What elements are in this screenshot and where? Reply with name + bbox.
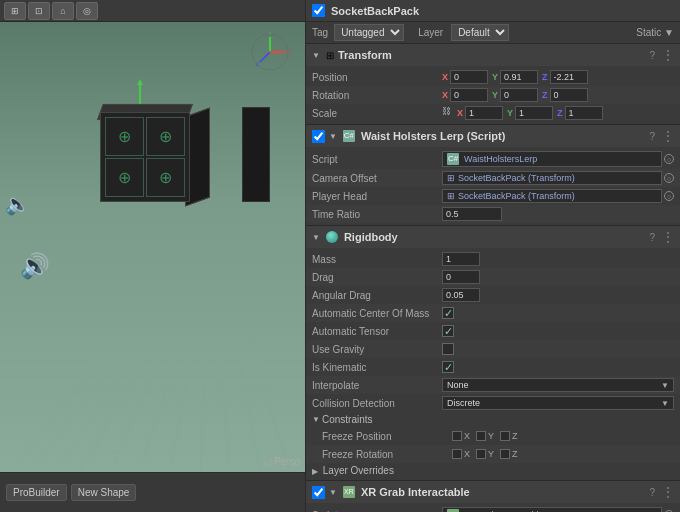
interpolate-dropdown[interactable]: None ▼: [442, 378, 674, 392]
tag-select[interactable]: Untagged: [334, 24, 404, 41]
new-shape-btn[interactable]: New Shape: [71, 484, 137, 501]
rot-z-input[interactable]: [550, 88, 588, 102]
transform-header[interactable]: ▼ ⊞ Transform ? ⋮: [306, 44, 680, 66]
waist-holsters-checkbox[interactable]: [312, 130, 325, 143]
freeze-pos-x-label: X: [464, 431, 470, 441]
camera-offset-value: SocketBackPack (Transform): [458, 173, 575, 183]
rot-z-label: Z: [542, 90, 548, 100]
xr-grab-menu[interactable]: ⋮: [662, 485, 674, 499]
transform-icon: ⊞: [326, 50, 334, 61]
scene-view[interactable]: ⊕ ⊕ ⊕ ⊕ 🔈 🔊 ◁ Persp Y X Z: [0, 22, 305, 472]
auto-tensor-row: Automatic Tensor ✓: [306, 322, 680, 340]
use-gravity-checkbox[interactable]: [442, 343, 454, 355]
angular-drag-input[interactable]: [442, 288, 480, 302]
mass-input[interactable]: [442, 252, 480, 266]
auto-tensor-check: ✓: [444, 325, 453, 338]
tag-label: Tag: [312, 27, 328, 38]
rigidbody-help[interactable]: ?: [649, 232, 655, 243]
freeze-pos-z-cb[interactable]: [500, 431, 510, 441]
camera-offset-circle[interactable]: ○: [664, 173, 674, 183]
pos-x-input[interactable]: [450, 70, 488, 84]
use-gravity-row: Use Gravity: [306, 340, 680, 358]
constraints-header[interactable]: ▼ Constraints: [306, 412, 680, 427]
xr-script-field[interactable]: XR XRGrabInteractable: [442, 507, 662, 512]
layer-select[interactable]: Default: [451, 24, 509, 41]
scale-label: Scale: [312, 108, 442, 119]
transform-help[interactable]: ?: [649, 50, 655, 61]
scale-y-input[interactable]: [515, 106, 553, 120]
auto-com-checkbox[interactable]: ✓: [442, 307, 454, 319]
xr-grab-checkbox[interactable]: [312, 486, 325, 499]
object-active-checkbox[interactable]: [312, 4, 325, 17]
freeze-rot-z-cb[interactable]: [500, 449, 510, 459]
freeze-rot-checkboxes: X Y Z: [452, 449, 674, 459]
time-ratio-input[interactable]: [442, 207, 502, 221]
viewport: ⊞ ⊡ ⌂ ◎: [0, 0, 305, 512]
auto-com-label: Automatic Center Of Mass: [312, 308, 442, 319]
drag-row: Drag: [306, 268, 680, 286]
waist-script-field[interactable]: C# WaistHolstersLerp: [442, 151, 662, 167]
freeze-pos-x-cb[interactable]: [452, 431, 462, 441]
waist-menu[interactable]: ⋮: [662, 129, 674, 143]
pos-y-input[interactable]: [500, 70, 538, 84]
xr-grab-help[interactable]: ?: [649, 487, 655, 498]
is-kinematic-checkbox[interactable]: ✓: [442, 361, 454, 373]
constraints-expand: ▼: [312, 415, 320, 424]
scale-x-input[interactable]: [465, 106, 503, 120]
toolbar-btn-3[interactable]: ⌂: [52, 2, 74, 20]
inspector-panel: SocketBackPack Tag Untagged Layer Defaul…: [305, 0, 680, 512]
static-badge[interactable]: Static ▼: [636, 27, 674, 38]
toolbar-btn-4[interactable]: ◎: [76, 2, 98, 20]
player-head-circle[interactable]: ○: [664, 191, 674, 201]
xr-script-row: Script XR XRGrabInteractable ○: [306, 505, 680, 512]
layer-overrides[interactable]: ▶ Layer Overrides: [306, 463, 680, 478]
probuilder-btn[interactable]: ProBuilder: [6, 484, 67, 501]
toolbar-btn-2[interactable]: ⊡: [28, 2, 50, 20]
xr-grab-header[interactable]: ▼ XR XR Grab Interactable ? ⋮: [306, 481, 680, 503]
waist-holsters-header[interactable]: ▼ C# Waist Holsters Lerp (Script) ? ⋮: [306, 125, 680, 147]
freeze-pos-label: Freeze Position: [322, 431, 452, 442]
auto-tensor-checkbox[interactable]: ✓: [442, 325, 454, 337]
rot-x-label: X: [442, 90, 448, 100]
rigidbody-header[interactable]: ▼ Rigidbody ? ⋮: [306, 226, 680, 248]
transform-title: Transform: [338, 49, 392, 61]
collision-row: Collision Detection Discrete ▼: [306, 394, 680, 412]
freeze-pos-checkboxes: X Y Z: [452, 431, 674, 441]
object-header: SocketBackPack: [306, 0, 680, 22]
svg-text:Z: Z: [256, 61, 259, 67]
speaker-icon-1: 🔈: [5, 192, 30, 216]
drag-input[interactable]: [442, 270, 480, 284]
cube-cell-3: ⊕: [105, 158, 144, 197]
freeze-rot-label: Freeze Rotation: [322, 449, 452, 460]
scale-z-input[interactable]: [565, 106, 603, 120]
waist-script-icon: C#: [343, 130, 355, 142]
drag-label: Drag: [312, 272, 442, 283]
freeze-rot-x-cb[interactable]: [452, 449, 462, 459]
waist-script-circle[interactable]: ○: [664, 154, 674, 164]
rigidbody-menu[interactable]: ⋮: [662, 230, 674, 244]
xr-grab-icon: XR: [343, 486, 355, 498]
position-xyz: X Y Z: [442, 70, 674, 84]
mass-label: Mass: [312, 254, 442, 265]
svg-text:X: X: [287, 49, 290, 55]
waist-help[interactable]: ?: [649, 131, 655, 142]
angular-drag-label: Angular Drag: [312, 290, 442, 301]
toolbar-btn-1[interactable]: ⊞: [4, 2, 26, 20]
player-head-field[interactable]: ⊞ SocketBackPack (Transform): [442, 189, 662, 203]
camera-offset-field[interactable]: ⊞ SocketBackPack (Transform): [442, 171, 662, 185]
transform-menu[interactable]: ⋮: [662, 48, 674, 62]
rigidbody-component: ▼ Rigidbody ? ⋮ Mass Drag Angular Drag: [306, 226, 680, 481]
collision-dropdown[interactable]: Discrete ▼: [442, 396, 674, 410]
object-name: SocketBackPack: [331, 5, 419, 17]
scale-z-label: Z: [557, 108, 563, 118]
pos-z-input[interactable]: [550, 70, 588, 84]
rot-x-input[interactable]: [450, 88, 488, 102]
freeze-rot-y-cb[interactable]: [476, 449, 486, 459]
speaker-icon-2: 🔊: [20, 252, 50, 280]
freeze-rot-x-label: X: [464, 449, 470, 459]
rigidbody-icon: [326, 231, 338, 243]
freeze-pos-y-cb[interactable]: [476, 431, 486, 441]
transform-expand-arrow: ▼: [312, 51, 320, 60]
svg-line-9: [55, 362, 130, 472]
rot-y-input[interactable]: [500, 88, 538, 102]
